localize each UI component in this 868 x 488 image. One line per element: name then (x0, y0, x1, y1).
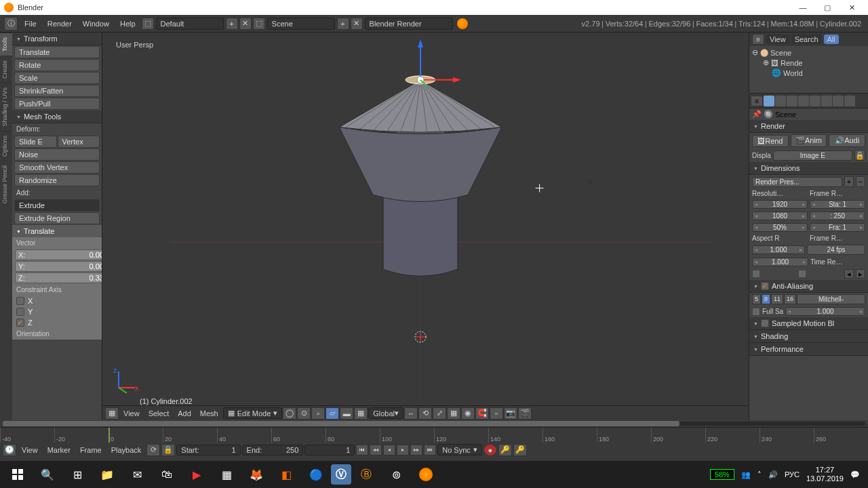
app-icon-1[interactable]: ▦ (212, 461, 241, 488)
vector-z-field[interactable]: Z:0.332 (15, 272, 102, 283)
keying-set-icon[interactable]: 🔑 (498, 444, 512, 456)
notifications-icon[interactable]: 💬 (850, 470, 860, 479)
motion-blur-checkbox[interactable] (761, 319, 769, 327)
extrude-region-button[interactable]: Extrude Region (14, 212, 100, 224)
close-button[interactable]: ✕ (840, 0, 864, 15)
time-remap-prev-icon[interactable]: ◂ (844, 269, 854, 279)
outliner-scene-row[interactable]: ⊖ ⬤ Scene (752, 47, 865, 58)
current-frame-field[interactable]: 1 (304, 445, 355, 455)
outliner-renderlayers-row[interactable]: ⊕ 🖼 Rende (752, 58, 865, 68)
constraints-tab-icon[interactable] (821, 96, 832, 106)
volume-icon[interactable]: 🔊 (768, 470, 778, 479)
vector-x-field[interactable]: X:0.000 (15, 249, 102, 260)
app-icon-4[interactable]: Ⓑ (351, 461, 381, 488)
vk-icon[interactable]: Ⓥ (331, 464, 351, 485)
rotate-button[interactable]: Rotate (14, 59, 100, 71)
resolution-pct-field[interactable]: ◂50%▸ (752, 223, 808, 232)
full-sample-checkbox[interactable] (752, 308, 760, 316)
edge-select-icon[interactable]: ▱ (326, 407, 339, 420)
clock[interactable]: 17:27 13.07.2019 (806, 466, 844, 483)
aa-16-button[interactable]: 16 (784, 294, 796, 304)
tl-menu-marker[interactable]: Marker (43, 446, 75, 454)
frame-start-field[interactable]: ◂Sta: 1▸ (810, 200, 865, 209)
render-panel-header[interactable]: Render (749, 120, 868, 133)
add-layout-button[interactable]: + (226, 18, 238, 30)
delete-layout-button[interactable]: ✕ (239, 18, 252, 30)
screen-layout-dropdown[interactable]: Default (156, 18, 224, 30)
constraint-z-checkbox[interactable] (16, 319, 24, 327)
render-button[interactable]: 🖼Rend (752, 135, 789, 147)
dimensions-panel-header[interactable]: Dimensions (749, 162, 868, 175)
outliner-search[interactable]: Search (791, 35, 822, 44)
aspect-y-field[interactable]: ◂1.000▸ (752, 258, 808, 266)
keyframe-next-button[interactable]: ▸▸ (410, 445, 422, 455)
orientation-dropdown[interactable]: Global ▾ (368, 407, 403, 419)
3d-viewport[interactable]: User Persp (102, 33, 749, 420)
tab-shading-uvs[interactable]: Shading / UVs (0, 83, 12, 131)
shading-panel-header[interactable]: Shading (749, 330, 868, 343)
vp-menu-select[interactable]: Select (144, 409, 174, 418)
render-layers-tab-icon[interactable] (775, 96, 786, 106)
shading-mode-icon[interactable]: ◯ (283, 407, 296, 420)
vp-menu-add[interactable]: Add (174, 409, 195, 418)
scene-tab-icon[interactable] (787, 96, 797, 106)
auto-keyframe-button[interactable]: ● (484, 444, 497, 456)
randomize-button[interactable]: Randomize (14, 174, 100, 186)
object-tab-icon[interactable] (810, 96, 821, 106)
end-frame-field[interactable]: End:250 (242, 445, 304, 455)
add-preset-button[interactable]: + (844, 176, 854, 187)
tab-tools[interactable]: Tools (0, 33, 12, 56)
tab-create[interactable]: Create (0, 56, 12, 83)
editor-type-3dview-icon[interactable]: ▦ (105, 407, 119, 420)
edge-slide-button[interactable]: Slide E (14, 136, 57, 148)
expand-icon[interactable]: ⊖ (752, 48, 758, 57)
time-remap-next-icon[interactable]: ▸ (856, 269, 865, 279)
add-scene-button[interactable]: + (337, 18, 349, 30)
jump-end-button[interactable]: ⏭ (424, 445, 436, 455)
vector-y-field[interactable]: Y:0.000 (15, 261, 102, 272)
extrude-dropdown[interactable]: Extrude (14, 199, 100, 211)
aa-size-field[interactable]: ◂1.000▸ (785, 307, 865, 316)
play-button[interactable]: ▸ (397, 445, 409, 455)
border-checkbox[interactable] (752, 270, 760, 278)
tl-menu-view[interactable]: View (18, 446, 42, 454)
noise-button[interactable]: Noise (14, 148, 100, 161)
push-pull-button[interactable]: Push/Pull (14, 98, 100, 110)
mode-dropdown[interactable]: ▦ Edit Mode▾ (223, 407, 283, 419)
fps-dropdown[interactable]: 24 fps (807, 245, 865, 255)
vp-menu-mesh[interactable]: Mesh (196, 409, 222, 418)
opengl-anim-icon[interactable]: 🎬 (518, 407, 532, 420)
render-preset-dropdown[interactable]: Render Pres... (752, 177, 842, 187)
display-mode-dropdown[interactable]: Image E (773, 150, 852, 161)
outliner-view-menu[interactable]: View (766, 35, 789, 44)
aa-5-button[interactable]: 5 (752, 294, 761, 304)
performance-panel-header[interactable]: Performance (749, 343, 868, 356)
animation-button[interactable]: 🎬Anim (791, 134, 827, 147)
tray-expand-icon[interactable]: ˄ (757, 470, 762, 479)
frame-end-field[interactable]: ◂: 250▸ (810, 211, 865, 220)
lock-range-icon[interactable]: 🔒 (161, 444, 175, 456)
app-icon-3[interactable]: 🔵 (301, 461, 331, 488)
data-tab-icon[interactable] (844, 96, 855, 106)
transform-panel-header[interactable]: Transform (12, 33, 102, 45)
aa-8-button[interactable]: 8 (762, 294, 770, 304)
shrink-fatten-button[interactable]: Shrink/Fatten (14, 85, 100, 97)
aspect-x-field[interactable]: ◂1.000▸ (752, 245, 805, 254)
menu-window[interactable]: Window (77, 20, 115, 28)
tl-menu-playback[interactable]: Playback (107, 446, 146, 454)
constraint-x-checkbox[interactable] (16, 297, 24, 305)
play-reverse-button[interactable]: ◂ (383, 445, 395, 455)
crop-checkbox[interactable] (798, 270, 806, 278)
outliner-world-row[interactable]: 🌐 World (752, 68, 865, 78)
scene-browse-icon[interactable]: ⬚ (253, 18, 265, 30)
translate-operator-header[interactable]: Translate (12, 225, 102, 237)
pivot-point-icon[interactable]: ⊙ (297, 407, 311, 420)
outliner-all[interactable]: All (824, 35, 839, 44)
audio-button[interactable]: 🔊Audi (829, 134, 865, 147)
modifiers-tab-icon[interactable] (833, 96, 844, 106)
limit-selection-icon[interactable]: ▦ (354, 407, 368, 420)
face-select-icon[interactable]: ▬ (340, 407, 353, 420)
layers-icon[interactable]: ▦ (447, 407, 460, 420)
pin-icon[interactable]: 📌 (752, 110, 762, 119)
vp-menu-view[interactable]: View (119, 409, 144, 418)
